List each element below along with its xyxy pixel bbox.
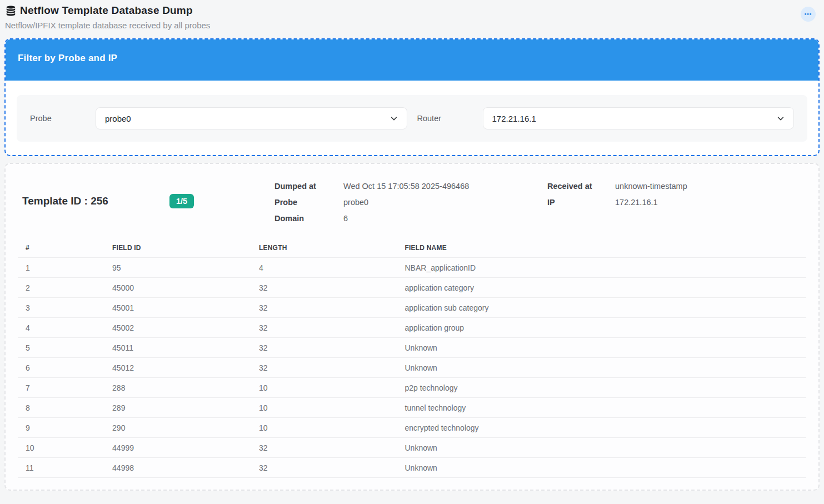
field-id: 45000 [104, 278, 251, 298]
template-id-block: Template ID : 256 1/5 [18, 178, 274, 224]
row-index: 3 [18, 298, 104, 318]
info-value: Wed Oct 15 17:05:58 2025-496468 [343, 181, 469, 192]
info-label: Received at [547, 181, 615, 192]
field-length: 4 [251, 258, 397, 278]
more-options-button[interactable]: ••• [801, 7, 816, 22]
router-select-value: 172.21.16.1 [492, 114, 536, 123]
info-row-domain: Domain 6 [274, 213, 547, 224]
field-length: 32 [251, 338, 397, 358]
filter-row: Probe probe0 Router 172.21.16.1 [17, 95, 807, 142]
table-row: 104499932Unknown [18, 438, 806, 458]
page-header-text: Netflow Template Database Dump Netflow/I… [4, 4, 210, 30]
probe-select-value: probe0 [105, 114, 131, 123]
field-name: Unknown [397, 438, 807, 458]
table-row: 54501132Unknown [18, 338, 806, 358]
field-id: 45001 [104, 298, 251, 318]
field-length: 32 [251, 298, 397, 318]
row-index: 11 [18, 458, 104, 478]
field-id: 95 [104, 258, 251, 278]
field-id: 289 [104, 398, 251, 418]
field-id: 44998 [104, 458, 251, 478]
info-row-probe: Probe probe0 [274, 197, 547, 208]
template-id-title: Template ID : 256 [22, 195, 108, 207]
field-length: 10 [251, 378, 397, 398]
row-index: 1 [18, 258, 104, 278]
row-index: 10 [18, 438, 104, 458]
col-header-length: Length [251, 239, 397, 258]
filter-card-body: Probe probe0 Router 172.21.16.1 [6, 81, 818, 155]
template-fields-table: # Field ID Length Field Name 1954NBAR_ap… [18, 239, 806, 478]
netflow-template-page: Netflow Template Database Dump Netflow/I… [0, 0, 824, 494]
field-name: Unknown [397, 358, 807, 378]
table-row: 24500032application category [18, 278, 806, 298]
info-row-dumped-at: Dumped at Wed Oct 15 17:05:58 2025-49646… [274, 181, 547, 192]
info-value: 6 [343, 213, 348, 224]
info-label: Dumped at [274, 181, 343, 192]
info-label: Probe [274, 197, 343, 208]
row-index: 8 [18, 398, 104, 418]
field-length: 32 [251, 278, 397, 298]
col-header-field-name: Field Name [397, 239, 807, 258]
page-header: Netflow Template Database Dump Netflow/I… [4, 3, 820, 30]
field-id: 45012 [104, 358, 251, 378]
field-length: 32 [251, 358, 397, 378]
template-count-badge: 1/5 [169, 194, 194, 208]
field-length: 10 [251, 418, 397, 438]
template-info-right: Received at unknown-timestamp IP 172.21.… [547, 178, 687, 224]
template-info-left: Dumped at Wed Oct 15 17:05:58 2025-49646… [274, 178, 547, 224]
table-row: 929010encrypted technology [18, 418, 806, 438]
field-length: 32 [251, 318, 397, 338]
info-label: Domain [274, 213, 343, 224]
chevron-down-icon [777, 114, 785, 122]
row-index: 6 [18, 358, 104, 378]
page-title: Netflow Template Database Dump [20, 4, 193, 17]
field-name: NBAR_applicationID [397, 258, 807, 278]
field-name: tunnel technology [397, 398, 807, 418]
field-name: encrypted technology [397, 418, 807, 438]
field-length: 32 [251, 438, 397, 458]
template-table-body: 1954NBAR_applicationID24500032applicatio… [18, 258, 806, 478]
page-subtitle: Netflow/IPFIX template database received… [4, 21, 210, 30]
table-row: 64501232Unknown [18, 358, 806, 378]
info-label: IP [547, 197, 615, 208]
row-index: 4 [18, 318, 104, 338]
field-name: Unknown [397, 338, 807, 358]
field-id: 45002 [104, 318, 251, 338]
table-header: # Field ID Length Field Name [18, 239, 806, 258]
field-id: 44999 [104, 438, 251, 458]
field-name: Unknown [397, 458, 807, 478]
field-id: 290 [104, 418, 251, 438]
col-header-field-id: Field ID [104, 239, 251, 258]
info-value: unknown-timestamp [615, 181, 687, 192]
chevron-down-icon [390, 114, 398, 122]
database-icon [5, 5, 17, 17]
info-value: probe0 [343, 197, 368, 208]
row-index: 7 [18, 378, 104, 398]
router-label: Router [417, 114, 483, 123]
probe-select[interactable]: probe0 [96, 107, 407, 129]
router-select[interactable]: 172.21.16.1 [483, 107, 795, 129]
col-header-index: # [18, 239, 104, 258]
probe-label: Probe [30, 114, 96, 123]
template-meta-section: Template ID : 256 1/5 Dumped at Wed Oct … [18, 178, 806, 224]
table-row: 44500232application group [18, 318, 806, 338]
field-length: 10 [251, 398, 397, 418]
field-name: application category [397, 278, 807, 298]
field-name: application group [397, 318, 807, 338]
info-value: 172.21.16.1 [615, 197, 658, 208]
field-name: p2p technology [397, 378, 807, 398]
table-row: 34500132application sub category [18, 298, 806, 318]
table-row: 1954NBAR_applicationID [18, 258, 806, 278]
table-row: 114499832Unknown [18, 458, 806, 478]
field-name: application sub category [397, 298, 807, 318]
row-index: 2 [18, 278, 104, 298]
table-row: 828910tunnel technology [18, 398, 806, 418]
filter-card-title: Filter by Probe and IP [6, 39, 818, 81]
template-card: Template ID : 256 1/5 Dumped at Wed Oct … [4, 163, 820, 491]
field-length: 32 [251, 458, 397, 478]
filter-card: Filter by Probe and IP Probe probe0 Rout… [4, 38, 820, 156]
info-row-ip: IP 172.21.16.1 [547, 197, 687, 208]
title-row: Netflow Template Database Dump [4, 4, 210, 17]
table-row: 728810p2p technology [18, 378, 806, 398]
info-row-received-at: Received at unknown-timestamp [547, 181, 687, 192]
